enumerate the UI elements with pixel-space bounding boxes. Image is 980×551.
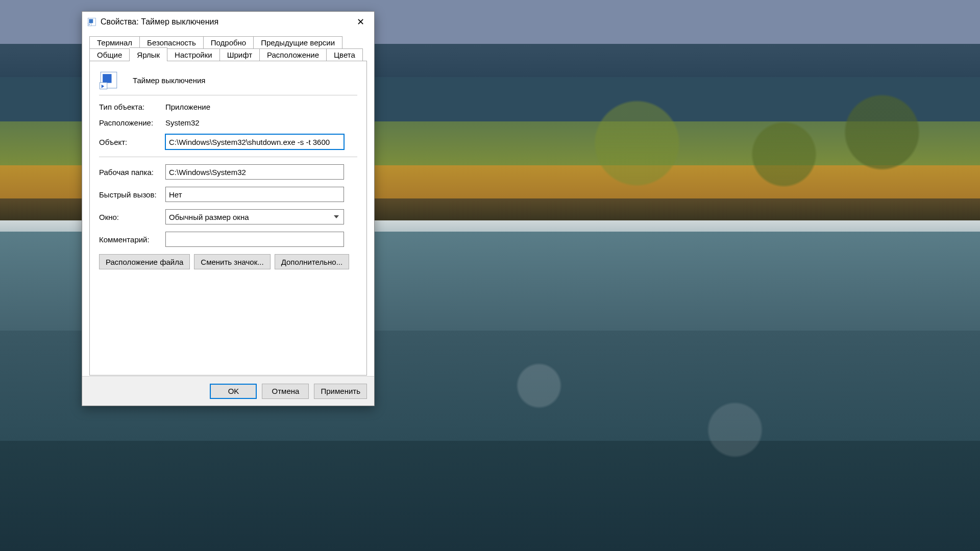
label-location: Расположение: [99, 118, 165, 127]
window-title: Свойства: Таймер выключения [101, 17, 345, 27]
label-hotkey: Быстрый вызов: [99, 190, 165, 199]
open-file-location-button[interactable]: Расположение файла [99, 254, 190, 269]
titlebar[interactable]: Свойства: Таймер выключения ✕ [82, 12, 374, 32]
svg-rect-1 [89, 19, 93, 23]
run-select[interactable]: Обычный размер окна [165, 209, 344, 224]
label-run: Окно: [99, 213, 165, 221]
svg-rect-4 [103, 74, 111, 83]
label-comment: Комментарий: [99, 235, 165, 244]
dialog-footer: OK Отмена Применить [82, 376, 374, 406]
tab-shortcut[interactable]: Ярлык [130, 47, 167, 61]
tab-general[interactable]: Общие [89, 48, 130, 61]
value-location: System32 [165, 118, 200, 127]
value-object-type: Приложение [165, 103, 210, 111]
tab-panel-shortcut: Таймер выключения Тип объекта: Приложени… [89, 61, 367, 375]
close-button[interactable]: ✕ [349, 14, 372, 30]
label-startin: Рабочая папка: [99, 168, 165, 177]
ok-button[interactable]: OK [210, 384, 257, 399]
tab-font[interactable]: Шрифт [220, 48, 260, 61]
tabs-row-2: Общие Ярлык Настройки Шрифт Расположение… [89, 48, 367, 61]
shortcut-file-icon [87, 17, 96, 27]
label-object-type: Тип объекта: [99, 103, 165, 111]
advanced-button[interactable]: Дополнительно... [275, 254, 349, 269]
divider [99, 157, 357, 157]
hotkey-input[interactable] [165, 187, 344, 202]
tab-details[interactable]: Подробно [204, 36, 254, 49]
tab-previous[interactable]: Предыдущие версии [254, 36, 342, 49]
startin-input[interactable] [165, 164, 344, 180]
divider [99, 95, 357, 95]
close-icon: ✕ [357, 16, 364, 28]
tab-layout[interactable]: Расположение [260, 48, 327, 61]
apply-button[interactable]: Применить [314, 384, 367, 399]
tab-options[interactable]: Настройки [167, 48, 220, 61]
comment-input[interactable] [165, 232, 344, 247]
cancel-button[interactable]: Отмена [262, 384, 309, 399]
properties-dialog: Свойства: Таймер выключения ✕ Терминал Б… [82, 11, 375, 406]
tab-colors[interactable]: Цвета [327, 48, 363, 61]
change-icon-button[interactable]: Сменить значок... [194, 254, 270, 269]
tab-strip: Терминал Безопасность Подробно Предыдущи… [82, 32, 374, 61]
shortcut-large-icon [99, 70, 118, 90]
label-target: Объект: [99, 138, 165, 146]
shortcut-name: Таймер выключения [133, 76, 205, 85]
target-input[interactable] [165, 134, 344, 149]
